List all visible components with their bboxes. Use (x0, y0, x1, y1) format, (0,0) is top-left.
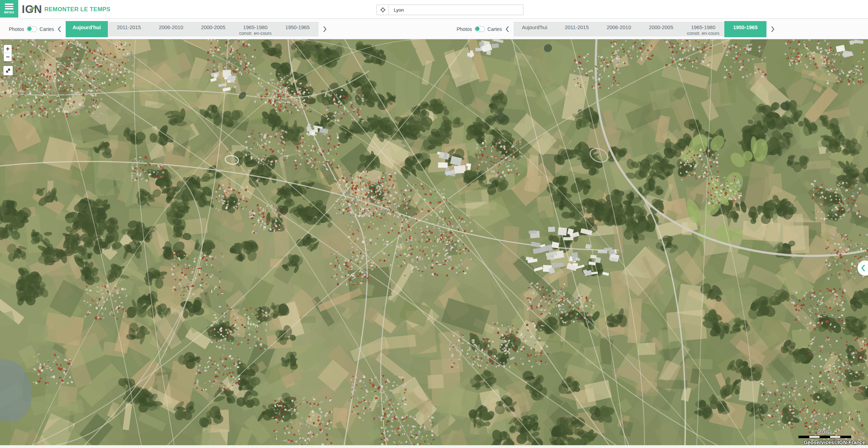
logo-home-link[interactable]: IGN REMONTER LE TEMPS (18, 0, 106, 19)
right-period-tabs: Aujourd'hui 2011-2015 2006-2010 2000-200… (514, 22, 766, 37)
scroll-tabs-left-button[interactable] (57, 26, 61, 33)
zoom-out-button[interactable]: − (4, 53, 12, 61)
left-tab-1950-1965[interactable]: 1950-1965 (276, 22, 319, 37)
photos-label-left: Photos (9, 26, 24, 32)
chevron-left-icon (57, 26, 61, 33)
geolocate-button[interactable] (377, 5, 389, 15)
left-tab-2000-2005[interactable]: 2000-2005 (192, 22, 234, 37)
zoom-in-button[interactable]: + (4, 45, 12, 53)
toggle-knob (475, 27, 479, 31)
left-tab-2011-2015[interactable]: 2011-2015 (108, 22, 150, 37)
cartes-label-right: Cartes (488, 26, 502, 32)
chevron-right-icon (771, 26, 775, 33)
right-map-toolbar: Photos Cartes Aujourd'hui 2011-2015 2006… (457, 19, 778, 39)
zoom-control: + − (4, 45, 12, 61)
left-tab-aujourdhui[interactable]: Aujourd'hui (66, 21, 108, 37)
right-tab-2011-2015[interactable]: 2011-2015 (556, 22, 598, 37)
search-input[interactable] (389, 5, 523, 15)
menu-button[interactable]: MENU (0, 0, 18, 18)
expand-icon (5, 67, 11, 74)
photos-label-right: Photos (457, 26, 472, 32)
bottom-strip (0, 445, 868, 448)
top-header: MENU IGN REMONTER LE TEMPS (0, 0, 868, 19)
scroll-tabs-left-button[interactable] (505, 26, 509, 33)
cartes-label-left: Cartes (40, 26, 54, 32)
scroll-tabs-right-button[interactable] (771, 26, 775, 33)
photos-cartes-toggle-left[interactable] (27, 26, 37, 32)
left-period-tabs: Aujourd'hui 2011-2015 2006-2010 2000-200… (66, 22, 319, 37)
chevron-left-icon (861, 264, 866, 272)
left-map-toolbar: Photos Cartes Aujourd'hui 2011-2015 2006… (9, 19, 330, 39)
photos-cartes-toggle-right[interactable] (475, 26, 485, 32)
right-tab-aujourdhui[interactable]: Aujourd'hui (514, 22, 556, 37)
left-tab-2006-2010[interactable]: 2006-2010 (150, 22, 192, 37)
right-tab-2000-2005[interactable]: 2000-2005 (640, 22, 682, 37)
right-tab-1965-1980[interactable]: 1965-1980 constr. en-cours (682, 22, 724, 37)
toolbar-row: Photos Cartes Aujourd'hui 2011-2015 2006… (0, 19, 868, 39)
scroll-tabs-right-button[interactable] (323, 26, 327, 33)
aerial-map-canvas[interactable] (0, 39, 868, 445)
crosshair-icon (380, 7, 386, 13)
map-area: + − 500 m Géoservices©IGN-France (0, 39, 868, 445)
hamburger-icon (5, 4, 13, 9)
scale-label: 500 m (798, 429, 851, 435)
scale-bar (798, 436, 851, 438)
ign-logo: IGN (22, 4, 42, 15)
chevron-right-icon (323, 26, 327, 33)
right-tab-1950-1965[interactable]: 1950-1965 (724, 21, 766, 37)
left-tab-1965-1980[interactable]: 1965-1980 constr. en-cours (234, 22, 276, 37)
chevron-left-icon (505, 26, 509, 33)
search-bar (377, 5, 523, 15)
fullscreen-button[interactable] (3, 66, 13, 76)
right-tab-2006-2010[interactable]: 2006-2010 (598, 22, 640, 37)
menu-button-label: MENU (4, 11, 14, 14)
toggle-knob (27, 27, 32, 31)
map-attribution: Géoservices©IGN-France (804, 440, 865, 445)
app-title: REMONTER LE TEMPS (44, 6, 110, 13)
